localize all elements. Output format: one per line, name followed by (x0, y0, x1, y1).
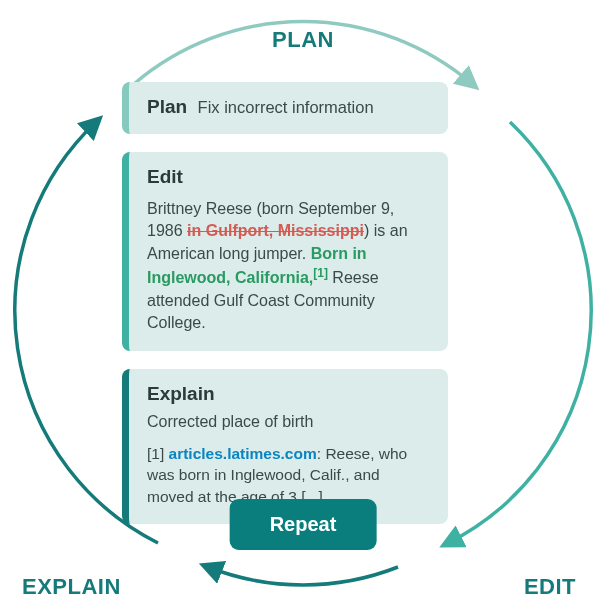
arc-bottom (208, 567, 398, 585)
explain-card-title: Explain (147, 383, 215, 404)
stage-label-edit: EDIT (524, 574, 576, 600)
plan-card-text: Fix incorrect information (198, 98, 374, 116)
edit-card-body: Brittney Reese (born September 9, 1986 i… (147, 198, 430, 335)
edit-text-ref: [1] (313, 266, 328, 280)
edit-card: Edit Brittney Reese (born September 9, 1… (122, 152, 448, 351)
stage-label-plan: PLAN (272, 27, 334, 53)
plan-card-title: Plan (147, 96, 187, 117)
plan-card: Plan Fix incorrect information (122, 82, 448, 134)
edit-text-strike: in Gulfport, Mississippi (187, 222, 364, 239)
stage-label-explain: EXPLAIN (22, 574, 121, 600)
explain-citation: [1] articles.latimes.com: Reese, who was… (147, 443, 430, 508)
repeat-button[interactable]: Repeat (230, 499, 377, 550)
cards-stack: Plan Fix incorrect information Edit Brit… (122, 82, 448, 542)
explain-summary: Corrected place of birth (147, 413, 430, 431)
cycle-diagram: PLAN EDIT EXPLAIN Plan Fix incorrect inf… (0, 0, 606, 614)
cite-prefix: [1] (147, 445, 169, 462)
arc-edit (448, 122, 591, 543)
edit-card-title: Edit (147, 166, 183, 187)
cite-link: articles.latimes.com (169, 445, 317, 462)
